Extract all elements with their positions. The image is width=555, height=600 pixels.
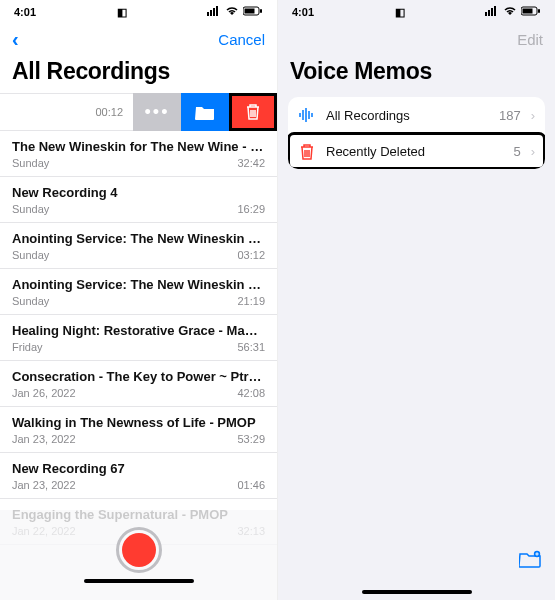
signal-icon <box>485 6 499 18</box>
svg-rect-6 <box>260 9 262 13</box>
page-title: All Recordings <box>0 54 277 93</box>
orientation-lock-icon: ◧ <box>395 6 405 19</box>
recording-duration: 21:19 <box>237 295 265 307</box>
recording-duration: 00:12 <box>0 106 133 118</box>
recording-date: Jan 23, 2022 <box>12 433 76 445</box>
back-button[interactable]: ‹ <box>12 28 19 51</box>
wifi-icon <box>225 6 239 18</box>
svg-rect-13 <box>538 9 540 13</box>
svg-rect-0 <box>207 12 209 16</box>
status-bar: 4:01 ◧ <box>0 0 277 24</box>
nav-bar: ‹ Cancel <box>0 24 277 54</box>
recording-title: Anointing Service: The New Wineskin for … <box>12 231 265 246</box>
svg-rect-1 <box>210 10 212 16</box>
recording-row[interactable]: Anointing Service: The New Wineskin for … <box>0 269 277 315</box>
svg-rect-3 <box>216 6 218 16</box>
chevron-right-icon: › <box>531 108 535 123</box>
svg-rect-8 <box>488 10 490 16</box>
battery-icon <box>521 6 541 18</box>
recording-duration: 01:46 <box>237 479 265 491</box>
more-actions-button[interactable]: ••• <box>133 93 181 131</box>
svg-rect-10 <box>494 6 496 16</box>
folder-count: 187 <box>499 108 521 123</box>
record-toolbar <box>0 510 277 600</box>
folders-list: All Recordings187›Recently Deleted5› <box>288 97 545 169</box>
svg-rect-12 <box>523 9 533 14</box>
recording-row[interactable]: Anointing Service: The New Wineskin for … <box>0 223 277 269</box>
home-indicator[interactable] <box>84 579 194 583</box>
recordings-list: The New Wineskin for The New Wine - PMOP… <box>0 131 277 545</box>
status-bar: 4:01 ◧ <box>278 0 555 24</box>
phone-all-recordings: 4:01 ◧ ‹ Cancel All Recordings 00:12 <box>0 0 278 600</box>
recording-title: Walking in The Newness of Life - PMOP <box>12 415 265 430</box>
recording-title: New Recording 67 <box>12 461 265 476</box>
edit-button[interactable]: Edit <box>517 31 543 48</box>
status-right <box>485 6 541 18</box>
orientation-lock-icon: ◧ <box>117 6 127 19</box>
cancel-button[interactable]: Cancel <box>218 31 265 48</box>
folder-label: All Recordings <box>326 108 489 123</box>
phone-voice-memos: 4:01 ◧ Edit Voice Memos All Recordings18… <box>278 0 555 600</box>
recording-duration: 56:31 <box>237 341 265 353</box>
svg-rect-5 <box>245 9 255 14</box>
recording-title: The New Wineskin for The New Wine - PMOP… <box>12 139 265 154</box>
recording-row[interactable]: New Recording 67Jan 23, 202201:46 <box>0 453 277 499</box>
recording-date: Jan 23, 2022 <box>12 479 76 491</box>
svg-rect-2 <box>213 8 215 16</box>
nav-bar: Edit <box>278 24 555 54</box>
folder-recently-deleted[interactable]: Recently Deleted5› <box>288 133 545 169</box>
delete-button[interactable] <box>229 93 277 131</box>
wifi-icon <box>503 6 517 18</box>
record-button[interactable] <box>116 527 162 573</box>
battery-icon <box>243 6 263 18</box>
folder-all-recordings[interactable]: All Recordings187› <box>288 97 545 133</box>
swipe-actions-row: 00:12 ••• <box>0 93 277 131</box>
status-time: 4:01 <box>14 6 36 18</box>
recording-date: Sunday <box>12 157 49 169</box>
recording-title: Anointing Service: The New Wineskin for … <box>12 277 265 292</box>
recording-duration: 16:29 <box>237 203 265 215</box>
recording-title: Consecration - The Key to Power ~ Ptra. … <box>12 369 265 384</box>
trash-icon <box>298 143 316 161</box>
recording-date: Sunday <box>12 249 49 261</box>
signal-icon <box>207 6 221 18</box>
chevron-right-icon: › <box>531 144 535 159</box>
new-folder-button[interactable] <box>519 550 541 572</box>
waveform-icon <box>298 107 316 123</box>
recording-duration: 32:42 <box>237 157 265 169</box>
folder-label: Recently Deleted <box>326 144 503 159</box>
recording-date: Jan 26, 2022 <box>12 387 76 399</box>
recording-title: New Recording 4 <box>12 185 265 200</box>
recording-row[interactable]: The New Wineskin for The New Wine - PMOP… <box>0 131 277 177</box>
recording-duration: 53:29 <box>237 433 265 445</box>
recording-row[interactable]: Consecration - The Key to Power ~ Ptra. … <box>0 361 277 407</box>
page-title: Voice Memos <box>278 54 555 93</box>
status-time: 4:01 <box>292 6 314 18</box>
recording-title: Healing Night: Restorative Grace - Madam… <box>12 323 265 338</box>
recording-row[interactable]: Healing Night: Restorative Grace - Madam… <box>0 315 277 361</box>
recording-date: Sunday <box>12 295 49 307</box>
recording-duration: 42:08 <box>237 387 265 399</box>
folder-count: 5 <box>513 144 520 159</box>
home-indicator[interactable] <box>362 590 472 594</box>
recording-row[interactable]: Walking in The Newness of Life - PMOPJan… <box>0 407 277 453</box>
svg-rect-9 <box>491 8 493 16</box>
recording-duration: 03:12 <box>237 249 265 261</box>
move-to-folder-button[interactable] <box>181 93 229 131</box>
recording-row[interactable]: New Recording 4Sunday16:29 <box>0 177 277 223</box>
recording-date: Sunday <box>12 203 49 215</box>
status-right <box>207 6 263 18</box>
svg-rect-7 <box>485 12 487 16</box>
recording-date: Friday <box>12 341 43 353</box>
